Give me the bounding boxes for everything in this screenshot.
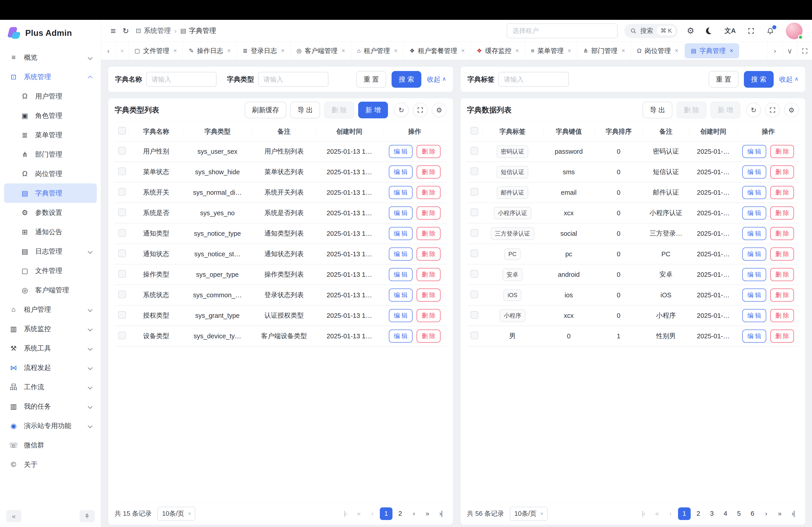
tab-close-icon[interactable]: × xyxy=(730,47,733,54)
edit-button[interactable]: 编 辑 xyxy=(742,165,766,179)
edit-button[interactable]: 编 辑 xyxy=(389,165,413,179)
page-2[interactable]: 2 xyxy=(394,507,406,520)
tabs-scroll-left-icon[interactable]: ‹ xyxy=(101,42,116,60)
row-checkbox[interactable] xyxy=(470,311,478,319)
edit-button[interactable]: 编 辑 xyxy=(742,145,766,158)
tab-close-icon[interactable]: × xyxy=(173,47,177,54)
page-1[interactable]: 1 xyxy=(678,507,691,520)
tab-close-icon[interactable]: × xyxy=(621,47,625,54)
tab-close-stray-icon[interactable]: × xyxy=(116,42,129,60)
delete-button[interactable]: 删 除 xyxy=(770,309,794,322)
global-search-button[interactable]: 搜索 ⌘ K xyxy=(624,24,678,38)
sidebar-item-log[interactable]: ▤日志管理 xyxy=(4,242,97,261)
tab-dept[interactable]: ⋔部门管理× xyxy=(577,42,631,60)
row-checkbox[interactable] xyxy=(118,209,126,216)
tab-cache-monitor[interactable]: ❖缓存监控× xyxy=(471,42,525,60)
sidebar-item-wechat[interactable]: ☏微信群 xyxy=(4,436,97,455)
row-checkbox[interactable] xyxy=(470,229,478,237)
refresh-button[interactable]: ↻ xyxy=(746,103,761,118)
hamburger-icon[interactable]: ≡ xyxy=(111,26,116,35)
delete-button[interactable]: 删 除 xyxy=(417,309,440,322)
dict-name-input[interactable] xyxy=(146,72,217,87)
row-checkbox[interactable] xyxy=(118,270,126,278)
fast-prev-icon[interactable]: « xyxy=(353,507,364,520)
delete-button[interactable]: 删 除 xyxy=(417,227,440,240)
row-checkbox[interactable] xyxy=(118,167,126,175)
gear-button[interactable]: ⚙ xyxy=(432,103,447,118)
dark-mode-moon-icon[interactable] xyxy=(706,28,713,34)
delete-button[interactable]: 删 除 xyxy=(417,247,440,260)
row-checkbox[interactable] xyxy=(470,209,478,216)
first-page-icon[interactable]: |‹ xyxy=(637,507,649,520)
next-page-icon[interactable]: › xyxy=(408,507,420,520)
expand-button[interactable] xyxy=(765,103,780,118)
select-all-checkbox[interactable] xyxy=(118,127,126,135)
delete-button[interactable]: 删 除 xyxy=(770,247,794,260)
tab-client[interactable]: ◎客户端管理× xyxy=(291,42,351,60)
first-page-icon[interactable]: |‹ xyxy=(339,507,351,520)
row-checkbox[interactable] xyxy=(470,332,478,339)
prev-page-icon[interactable]: ‹ xyxy=(665,507,676,520)
tab-oper-log[interactable]: ✎操作日志× xyxy=(183,42,237,60)
delete-button[interactable]: 删 除 xyxy=(417,330,440,343)
edit-button[interactable]: 编 辑 xyxy=(742,268,766,281)
next-page-icon[interactable]: › xyxy=(760,507,772,520)
page-4[interactable]: 4 xyxy=(720,507,731,520)
fast-next-icon[interactable]: » xyxy=(421,507,433,520)
fast-next-icon[interactable]: » xyxy=(774,507,785,520)
toolbar-button-0[interactable]: 刷新缓存 xyxy=(245,102,286,118)
page-6[interactable]: 6 xyxy=(746,507,758,520)
sidebar-item-workflow[interactable]: 品工作流 xyxy=(4,377,97,397)
tab-close-icon[interactable]: × xyxy=(568,47,571,54)
row-checkbox[interactable] xyxy=(118,229,126,237)
translate-icon[interactable]: 文A xyxy=(724,26,736,35)
tab-post[interactable]: Ω岗位管理× xyxy=(631,42,684,60)
edit-button[interactable]: 编 辑 xyxy=(389,207,413,220)
select-all-checkbox[interactable] xyxy=(470,127,478,135)
page-1[interactable]: 1 xyxy=(380,507,392,520)
refresh-button[interactable]: ↻ xyxy=(394,103,409,118)
search-button[interactable]: 搜 索 xyxy=(392,71,421,88)
sidebar-item-about[interactable]: ©关于 xyxy=(4,455,97,474)
dict-type-input[interactable] xyxy=(258,72,329,87)
row-checkbox[interactable] xyxy=(470,167,478,175)
delete-button[interactable]: 删 除 xyxy=(770,207,794,220)
edit-button[interactable]: 编 辑 xyxy=(742,288,766,302)
gear-icon[interactable]: ⚙ xyxy=(687,26,694,35)
delete-button[interactable]: 删 除 xyxy=(770,330,794,343)
breadcrumb-item-dict[interactable]: ▤ 字典管理 xyxy=(180,26,216,35)
tenant-select-input[interactable] xyxy=(507,24,618,38)
delete-button[interactable]: 删 除 xyxy=(770,268,794,281)
sidebar-item-flow-start[interactable]: ⋈流程发起 xyxy=(4,358,97,377)
sidebar-item-tenant[interactable]: ⌂租户管理 xyxy=(4,300,97,319)
toolbar-button-1[interactable]: 导 出 xyxy=(290,102,320,118)
gear-button[interactable]: ⚙ xyxy=(784,103,799,118)
tabs-fullscreen-icon[interactable] xyxy=(797,42,812,60)
delete-button[interactable]: 删 除 xyxy=(770,165,794,179)
fast-prev-icon[interactable]: « xyxy=(651,507,663,520)
tab-close-icon[interactable]: × xyxy=(461,47,465,54)
last-page-icon[interactable]: ›| xyxy=(787,507,799,520)
reset-button[interactable]: 重 置 xyxy=(709,71,738,88)
sidebar-item-dict[interactable]: ▤字典管理 xyxy=(4,183,97,203)
tab-login-log[interactable]: ≣登录日志× xyxy=(237,42,291,60)
per-page-select[interactable]: 10条/页 ▾ xyxy=(157,507,195,521)
sidebar-item-system[interactable]: ⊡系统管理 xyxy=(4,67,97,87)
sidebar-item-post[interactable]: Ω岗位管理 xyxy=(4,164,97,183)
sidebar-item-role[interactable]: ▣角色管理 xyxy=(4,106,97,125)
delete-button[interactable]: 删 除 xyxy=(417,268,440,281)
edit-button[interactable]: 编 辑 xyxy=(389,145,413,158)
tab-close-icon[interactable]: × xyxy=(394,47,398,54)
sidebar-item-client[interactable]: ◎客户端管理 xyxy=(4,281,97,300)
edit-button[interactable]: 编 辑 xyxy=(389,247,413,260)
expand-button[interactable] xyxy=(413,103,427,118)
edit-button[interactable]: 编 辑 xyxy=(389,330,413,343)
sidebar-item-file[interactable]: ▢文件管理 xyxy=(4,261,97,281)
sidebar-item-overview[interactable]: ≡概览 xyxy=(4,48,97,67)
edit-button[interactable]: 编 辑 xyxy=(389,268,413,281)
row-checkbox[interactable] xyxy=(470,290,478,298)
toolbar-button-0[interactable]: 导 出 xyxy=(643,102,672,118)
page-2[interactable]: 2 xyxy=(693,507,704,520)
edit-button[interactable]: 编 辑 xyxy=(389,227,413,240)
delete-button[interactable]: 删 除 xyxy=(417,145,440,158)
